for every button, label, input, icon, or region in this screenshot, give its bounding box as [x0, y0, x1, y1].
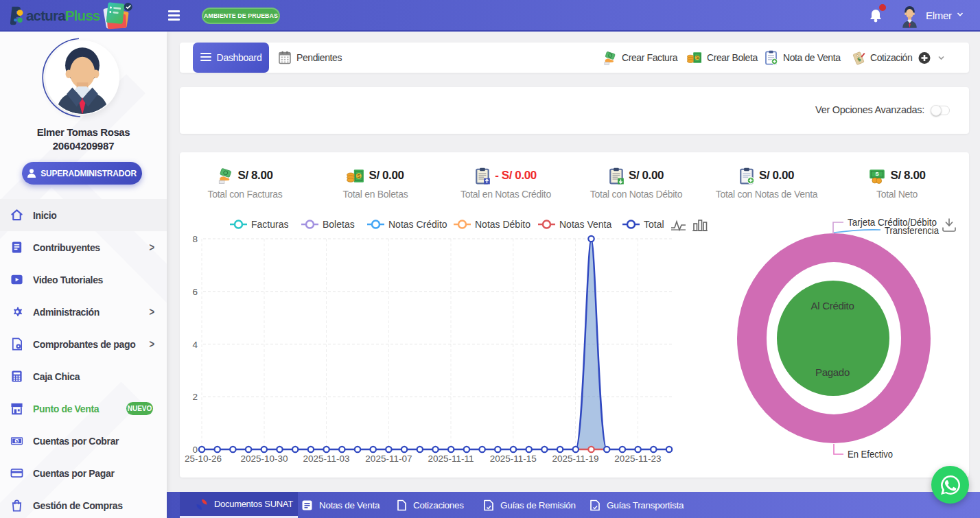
svg-text:2025-11-19: 2025-11-19	[552, 454, 599, 464]
svg-text:En Efectivo: En Efectivo	[848, 449, 893, 460]
svg-text:6: 6	[192, 287, 198, 297]
svg-text:2025-10-30: 2025-10-30	[240, 454, 288, 464]
svg-text:Al Crédito: Al Crédito	[811, 300, 854, 311]
svg-text:25-10-26: 25-10-26	[185, 454, 222, 464]
svg-text:2025-11-07: 2025-11-07	[365, 454, 412, 464]
svg-text:Notas Crédito: Notas Crédito	[388, 219, 447, 230]
svg-text:Boletas: Boletas	[323, 219, 355, 230]
svg-text:8: 8	[192, 234, 198, 244]
svg-text:Notas Débito: Notas Débito	[475, 219, 530, 230]
svg-text:2025-11-15: 2025-11-15	[490, 454, 537, 464]
svg-text:Facturas: Facturas	[251, 219, 288, 230]
svg-text:S: S	[358, 173, 361, 179]
svg-text:2: 2	[192, 392, 198, 402]
svg-text:Transferencia: Transferencia	[885, 225, 940, 236]
svg-text:Pagado: Pagado	[815, 366, 850, 378]
svg-text:S: S	[876, 172, 879, 176]
svg-text:4: 4	[192, 340, 198, 350]
svg-text:2025-11-23: 2025-11-23	[614, 454, 661, 464]
svg-text:2025-11-11: 2025-11-11	[428, 454, 474, 464]
svg-text:Total: Total	[644, 219, 664, 230]
svg-text:2025-11-03: 2025-11-03	[303, 454, 350, 464]
svg-text:$: $	[16, 438, 19, 443]
svg-text:Notas Venta: Notas Venta	[559, 219, 611, 230]
